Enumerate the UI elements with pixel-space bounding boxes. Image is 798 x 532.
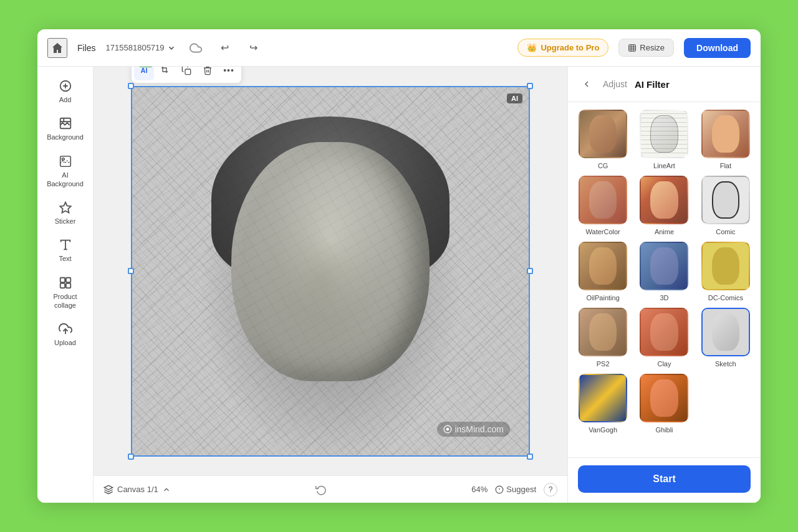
filter-item-comic[interactable]: Comic (698, 176, 753, 235)
sidebar-item-upload-label: Upload (54, 338, 76, 347)
undo-button[interactable]: ↩ (216, 39, 234, 57)
sidebar-item-sticker[interactable]: Sticker (42, 196, 89, 230)
svg-rect-14 (60, 283, 64, 288)
sidebar-item-sticker-label: Sticker (55, 217, 76, 226)
resize-handle-br[interactable] (527, 454, 533, 460)
svg-point-19 (446, 427, 449, 430)
resize-handle-bl[interactable] (128, 454, 134, 460)
filter-item-flat[interactable]: Flat (698, 110, 753, 169)
svg-rect-13 (65, 278, 70, 282)
filter-item-cg[interactable]: CG (575, 110, 630, 169)
svg-marker-9 (60, 202, 70, 213)
sidebar-item-background-label: Background (47, 133, 84, 141)
sidebar-item-add[interactable]: Add (42, 74, 89, 109)
canvas-footer: Canvas 1/1 64% (94, 475, 567, 503)
resize-handle-mr[interactable] (527, 268, 533, 274)
tab-aifilter[interactable]: AI Filter (635, 79, 670, 90)
sidebar: Add Background AI Background (37, 67, 94, 503)
filter-thumb-ps2 (579, 308, 627, 356)
filter-thumb-cg (579, 110, 627, 158)
filter-label-ghibli: Ghibli (655, 426, 673, 434)
resize-handle-ml[interactable] (128, 268, 134, 274)
duplicate-button[interactable] (176, 67, 196, 80)
watermark: insMind.com (437, 422, 510, 437)
filter-item-ps2[interactable]: PS2 (575, 308, 630, 368)
upgrade-button[interactable]: 👑 Upgrade to Pro (517, 39, 608, 57)
canvas-image-wrapper[interactable]: AI New (131, 86, 530, 457)
filter-label-oilpainting: OilPainting (587, 294, 620, 302)
sidebar-item-text[interactable]: Text (42, 233, 89, 268)
sidebar-item-upload[interactable]: Upload (42, 317, 89, 352)
sidebar-item-background[interactable]: Background (42, 112, 89, 146)
canvas-footer-center (178, 484, 464, 495)
filter-item-lineart[interactable]: LineArt (637, 110, 691, 169)
resize-handle-tr[interactable] (527, 83, 533, 89)
filter-item-3d[interactable]: 3D (637, 242, 691, 302)
filter-thumb-vangogh (579, 374, 627, 422)
ai-tool-button[interactable]: AI New (134, 67, 154, 80)
filter-item-anime[interactable]: Anime (637, 176, 691, 235)
image-toolbar: AI New (131, 67, 242, 83)
delete-button[interactable] (198, 67, 218, 80)
chevron-up-icon (162, 485, 171, 494)
files-label[interactable]: Files (77, 43, 96, 53)
filter-label-flat: Flat (720, 162, 731, 169)
crop-button[interactable] (155, 67, 175, 80)
redo-button[interactable]: ↪ (244, 39, 263, 57)
sidebar-item-ai-background-label: AI Background (44, 171, 87, 189)
filter-label-dc-comics: DC-Comics (708, 294, 743, 302)
filter-grid: CG LineArt (568, 102, 761, 457)
tab-adjust[interactable]: Adjust (603, 79, 627, 89)
filter-label-watercolor: WaterColor (586, 228, 620, 235)
svg-rect-15 (65, 283, 70, 288)
filter-item-vangogh[interactable]: VanGogh (575, 374, 630, 434)
filter-item-sketch[interactable]: Sketch (698, 308, 753, 368)
filter-thumb-ghibli (640, 374, 688, 422)
home-button[interactable] (47, 38, 67, 58)
filter-item-oilpainting[interactable]: OilPainting (575, 242, 630, 302)
help-button[interactable]: ? (544, 483, 557, 496)
sidebar-item-ai-background[interactable]: AI Background (42, 150, 89, 194)
svg-marker-20 (104, 485, 112, 490)
filter-thumb-lineart (640, 110, 688, 158)
filter-label-clay: Clay (657, 360, 671, 368)
back-button[interactable] (578, 75, 595, 93)
resize-handle-tl[interactable] (128, 83, 134, 89)
filter-thumb-clay (640, 308, 688, 356)
filter-label-lineart: LineArt (653, 162, 675, 169)
filter-label-anime: Anime (655, 228, 674, 235)
canvas-info: Canvas 1/1 (103, 485, 171, 495)
filter-item-ghibli[interactable]: Ghibli (637, 374, 691, 434)
main-layout: Add Background AI Background (37, 67, 761, 503)
refresh-icon[interactable] (315, 484, 327, 495)
app-window: Files 1715581805719 ↩ ↪ 👑 Upgrade to Pro… (37, 29, 761, 503)
filter-item-clay[interactable]: Clay (637, 308, 691, 368)
filter-item-watercolor[interactable]: WaterColor (575, 176, 630, 235)
filter-label-3d: 3D (660, 294, 668, 302)
canvas-content[interactable]: AI New (94, 67, 567, 475)
right-panel-footer: Start (568, 457, 761, 503)
filter-item-dc-comics[interactable]: DC-Comics (698, 242, 753, 302)
filter-thumb-sketch (701, 308, 750, 356)
svg-rect-0 (629, 44, 636, 51)
filter-thumb-dc-comics (701, 242, 750, 290)
sidebar-item-product-collage-label: Product collage (44, 292, 87, 310)
new-badge: New (139, 67, 153, 67)
suggest-label: Suggest (506, 485, 536, 494)
resize-button[interactable]: Resize (618, 39, 674, 57)
filter-label-vangogh: VanGogh (589, 426, 617, 434)
sidebar-item-text-label: Text (59, 254, 71, 263)
more-button[interactable]: ••• (219, 67, 239, 80)
sketch-portrait (132, 87, 529, 455)
cloud-sync-button[interactable] (186, 38, 206, 58)
download-button[interactable]: Download (684, 38, 751, 58)
sidebar-item-product-collage[interactable]: Product collage (42, 271, 89, 315)
filter-label-comic: Comic (716, 228, 735, 235)
svg-rect-12 (60, 278, 64, 282)
filename-display[interactable]: 1715581805719 (106, 43, 176, 52)
start-button[interactable]: Start (578, 465, 751, 493)
filter-thumb-oilpainting (579, 242, 627, 290)
suggest-button[interactable]: Suggest (495, 485, 536, 494)
suggest-icon (495, 485, 504, 494)
svg-rect-17 (185, 69, 191, 75)
